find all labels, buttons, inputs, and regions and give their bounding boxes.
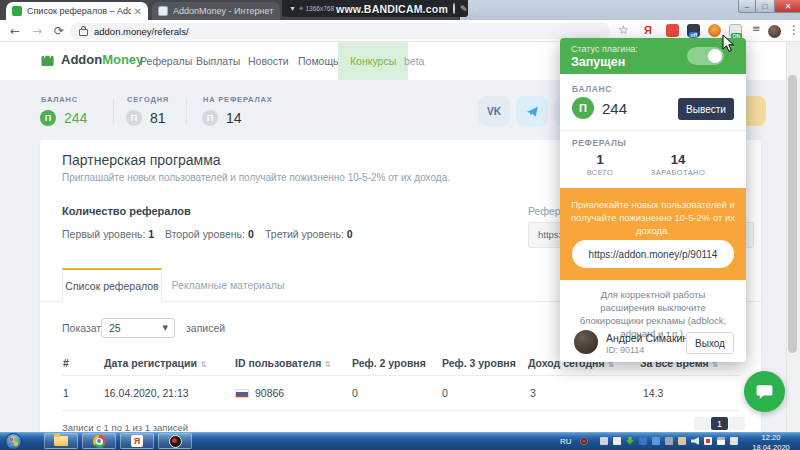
taskbar-chrome-button[interactable] (82, 433, 116, 449)
tray-icon[interactable] (678, 437, 686, 445)
stat-balance-label: БАЛАНС (41, 95, 78, 104)
pagination-prev-button[interactable] (694, 417, 710, 430)
bookmark-extension-icon[interactable] (666, 24, 679, 37)
plugin-off-extension-icon[interactable]: off (687, 24, 700, 37)
caret-down-icon[interactable]: ▼ (289, 5, 296, 12)
stat-today: П 81 (126, 110, 166, 126)
pencil-icon[interactable]: ✎ (460, 4, 468, 14)
nav-item-referals[interactable]: Рефералы (140, 42, 192, 80)
sort-icon: ⇅ (324, 360, 331, 369)
tab-promo-materials[interactable]: Рекламные материалы (164, 268, 292, 302)
nav-item-contests[interactable]: Конкурсы (338, 42, 408, 80)
card-title: Партнерская программа (62, 152, 221, 168)
user-name: Андрей Симакин (606, 332, 688, 344)
share-telegram-button[interactable] (516, 96, 548, 126)
telegram-icon (526, 105, 539, 118)
tray-icon[interactable] (600, 437, 608, 445)
action-center-flag-tray-icon[interactable] (704, 437, 712, 445)
toggle-knob (708, 49, 722, 63)
chrome-icon (93, 435, 106, 448)
bandicam-record-icon (169, 435, 182, 448)
col-date[interactable]: Дата регистрации⇅ (104, 357, 207, 369)
col-num[interactable]: # (63, 357, 69, 369)
browser-menu-icon[interactable]: ⋮ (788, 23, 800, 37)
popup-balance-value: 244 (602, 100, 627, 117)
bandicam-close-icon[interactable]: ✕ (472, 4, 480, 14)
page-size-select[interactable]: 25▼ (101, 318, 175, 338)
withdraw-button[interactable]: Вывести (678, 98, 734, 120)
url-text: addon.money/referals/ (94, 26, 189, 37)
pagination-page-1[interactable]: 1 (711, 417, 728, 430)
share-vk-button[interactable]: VK (478, 96, 510, 126)
browser-tab-active[interactable]: Список рефералов – AddonMo ✕ (6, 2, 148, 20)
window-close-button[interactable]: ✕ (774, 0, 800, 13)
stat-balance-value: 244 (64, 110, 87, 126)
shopping-bag-icon (40, 52, 55, 67)
pagination-next-button[interactable] (729, 417, 745, 430)
yandex-icon: Я (131, 435, 143, 447)
clock-time: 12:20 (746, 434, 796, 442)
stat-referrals: П 14 (202, 110, 242, 126)
browser-tab-inactive[interactable]: AddonMoney - Интернет-мага (152, 2, 280, 20)
addonmoney-logo[interactable]: AddonMoney (40, 52, 143, 67)
forward-icon[interactable]: → (32, 24, 42, 38)
plugin-status-value: Запущен (571, 55, 625, 69)
referrals-earned-value: 14 (655, 152, 701, 167)
ref-link-pill[interactable]: https://addon.money/p/90114 (572, 240, 734, 268)
profile-avatar[interactable] (768, 25, 781, 38)
chat-fab-button[interactable] (744, 371, 785, 412)
clock-date: 18.04.2020 (746, 444, 796, 450)
cell-ref3: 0 (442, 387, 448, 399)
bluetooth-tray-icon[interactable] (639, 437, 647, 445)
currency-coin-icon: П (202, 110, 218, 126)
stat-referrals-label: НА РЕФЕРАЛАХ (203, 95, 272, 104)
scrollbar-thumb[interactable] (788, 75, 797, 353)
display-tray-icon[interactable] (665, 437, 673, 445)
lock-icon[interactable] (79, 29, 88, 36)
promo-text: Привлекайте новых пользователей и получа… (570, 198, 736, 237)
tab-referral-list[interactable]: Список рефералов (62, 268, 162, 302)
nav-item-payouts[interactable]: Выплаты (196, 42, 240, 80)
popup-divider (560, 130, 746, 131)
tray-icon[interactable] (652, 437, 660, 445)
stat-referrals-value: 14 (226, 110, 242, 126)
tab-title: AddonMoney - Интернет-мага (173, 6, 274, 16)
col-ref2[interactable]: Реф. 2 уровня (352, 357, 426, 369)
reload-icon[interactable]: ⟳ (54, 24, 64, 38)
nav-item-help[interactable]: Помощь (298, 42, 339, 80)
col-user-id[interactable]: ID пользователя⇅ (235, 357, 331, 369)
nav-item-beta[interactable]: beta (404, 42, 424, 80)
mouse-cursor (722, 34, 735, 53)
language-indicator[interactable]: RU (560, 437, 572, 446)
shield-extension-icon[interactable] (708, 24, 721, 37)
taskbar-explorer-button[interactable] (44, 433, 78, 449)
window-maximize-button[interactable]: □ (756, 0, 774, 13)
plugin-toggle[interactable] (687, 47, 724, 65)
currency-coin-icon: П (40, 110, 56, 126)
tray-icon[interactable] (613, 437, 621, 445)
russia-flag-icon (235, 389, 249, 398)
table-header-divider (62, 375, 740, 376)
nav-item-news[interactable]: Новости (248, 42, 289, 80)
taskbar-yandex-button[interactable]: Я (120, 433, 154, 449)
referrals-count-label: Количество рефералов (62, 205, 191, 217)
record-tray-icon[interactable] (580, 437, 588, 445)
yandex-extension-icon[interactable]: Я (644, 24, 657, 37)
col-ref3[interactable]: Реф. 3 уровня (442, 357, 516, 369)
address-bar[interactable]: addon.money/referals/ (70, 23, 610, 39)
bookmark-star-icon[interactable]: ☆ (618, 23, 629, 37)
reading-list-icon[interactable]: ≡ (752, 23, 760, 34)
bandicam-pin-icon: ⌖ (299, 4, 304, 14)
logout-button[interactable]: Выход (686, 332, 734, 354)
back-icon[interactable]: ← (10, 24, 20, 38)
tray-icon[interactable] (730, 437, 738, 445)
chat-bubble-icon (755, 382, 774, 401)
window-minimize-button[interactable]: – (738, 0, 756, 13)
taskbar-clock[interactable]: 12:20 18.04.2020 (746, 434, 796, 450)
referrals-earned-label: ЗАРАБОТАНО (648, 168, 708, 177)
tab-close-icon[interactable]: ✕ (134, 6, 142, 17)
start-button[interactable] (5, 433, 22, 450)
network-signal-tray-icon[interactable] (717, 437, 725, 445)
taskbar-bandicam-button[interactable] (158, 433, 192, 449)
camera-icon[interactable] (453, 3, 455, 14)
